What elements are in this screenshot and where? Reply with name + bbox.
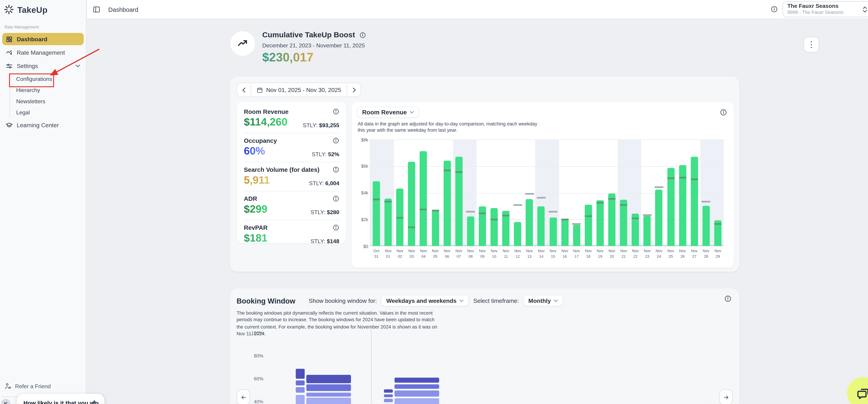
kpi-stly: STLY: $280: [311, 209, 339, 215]
revenue-bar-nov-25[interactable]: [667, 168, 675, 246]
app-window: TakeUp Rate Management DashboardRate Man…: [0, 0, 868, 404]
booking-bar-segment[interactable]: [306, 393, 351, 397]
kpi-label: Search Volume (for dates): [244, 166, 319, 173]
booking-bar-segment[interactable]: [296, 395, 305, 404]
sidebar-collapse-icon[interactable]: [93, 5, 100, 13]
revenue-bar-nov-15[interactable]: [550, 218, 557, 246]
revenue-bar-nov-17[interactable]: [573, 225, 580, 246]
revenue-bar-nov-19[interactable]: [596, 200, 604, 246]
bw-y-axis-tick: 100%: [247, 330, 264, 336]
sidebar-item-dashboard[interactable]: Dashboard: [2, 33, 84, 45]
booking-bar-segment[interactable]: [395, 384, 439, 389]
boost-menu-button[interactable]: [804, 37, 819, 53]
booking-bar-segment[interactable]: [395, 398, 439, 404]
revenue-bar-nov-04[interactable]: [420, 151, 427, 246]
booking-window-panel: Booking Window Show booking window for: …: [230, 288, 739, 404]
survey-popup[interactable]: How likely is it that you would: [17, 394, 104, 404]
booking-prev-button[interactable]: [237, 390, 250, 404]
bw-y-axis-tick: 80%: [247, 353, 264, 359]
date-range-nav: Nov 01, 2025 - Nov 30, 2025: [237, 83, 361, 97]
revenue-bar-nov-02[interactable]: [396, 188, 404, 246]
booking-bar-segment[interactable]: [296, 380, 305, 385]
revenue-bar-nov-16[interactable]: [561, 219, 568, 246]
main-area: Dashboard The Fauxr Seasons 9998 - The F…: [87, 0, 868, 404]
date-prev-button[interactable]: [237, 83, 250, 96]
kpi-info-icon[interactable]: [333, 224, 339, 231]
sidebar-subitem-hierarchy[interactable]: Hierarchy: [12, 84, 84, 95]
property-selector[interactable]: The Fauxr Seasons 9998 - The Fauxr Seaso…: [782, 1, 868, 17]
revenue-bar-nov-12[interactable]: [514, 222, 521, 246]
booking-bar-segment[interactable]: [306, 375, 351, 383]
revenue-bar-nov-24[interactable]: [655, 189, 663, 246]
date-next-button[interactable]: [347, 83, 361, 96]
survey-expand-caret-icon[interactable]: [92, 400, 96, 403]
revenue-bar-nov-01[interactable]: [384, 198, 392, 246]
chart-metric-label: Room Revenue: [362, 109, 407, 116]
sidebar-item-settings[interactable]: Settings: [2, 60, 84, 72]
revenue-bar-nov-06[interactable]: [443, 161, 451, 246]
booking-bar-segment[interactable]: [384, 395, 393, 397]
room-revenue-chart: $8k$6k$4k$2k$0Oct31Nov01Nov02Nov03Nov04N…: [370, 139, 724, 246]
revenue-bar-nov-20[interactable]: [608, 194, 616, 246]
chart-info-icon[interactable]: [720, 109, 727, 116]
booking-bar-segment[interactable]: [306, 384, 351, 391]
revenue-bar-nov-21[interactable]: [620, 200, 627, 246]
kpi-info-icon[interactable]: [333, 108, 339, 115]
kpi-label: RevPAR: [244, 224, 268, 231]
booking-bar-segment[interactable]: [384, 399, 393, 402]
kpi-info-icon[interactable]: [333, 166, 339, 173]
revenue-bar-nov-09[interactable]: [479, 206, 486, 246]
boost-date-range: December 21, 2023 - November 11, 2025: [262, 42, 366, 49]
chevron-down-icon: [75, 64, 81, 67]
booking-next-button[interactable]: [719, 390, 733, 404]
revenue-bar-nov-27[interactable]: [690, 157, 698, 246]
booking-bar-segment[interactable]: [296, 368, 305, 378]
x-axis-tick: Nov29: [710, 248, 726, 259]
kpi-value: 60%: [244, 145, 265, 157]
booking-bar-segment[interactable]: [395, 378, 439, 383]
stly-marker: [466, 211, 475, 213]
sidebar-item-learning-center[interactable]: Learning Center: [2, 119, 84, 131]
chart-metric-dropdown[interactable]: Room Revenue: [357, 106, 419, 118]
revenue-bar-oct-31[interactable]: [373, 182, 380, 246]
refer-a-friend-button[interactable]: Refer a Friend: [0, 379, 86, 394]
booking-bar-segment[interactable]: [384, 390, 393, 392]
revenue-bar-nov-23[interactable]: [644, 216, 651, 246]
sidebar-item-rate-management[interactable]: Rate Management: [2, 46, 84, 59]
bw-group-divider: [371, 329, 372, 404]
sidebar-item-label: Learning Center: [17, 122, 59, 128]
revenue-bar-nov-14[interactable]: [538, 206, 545, 246]
kpi-row-room-revenue: Room Revenue$114,260STLY: $93,255: [244, 104, 339, 133]
sidebar-subitem-legal[interactable]: Legal: [12, 106, 84, 118]
revenue-bar-nov-13[interactable]: [526, 199, 533, 246]
booking-bar-segment[interactable]: [395, 391, 439, 397]
info-icon[interactable]: [771, 5, 778, 13]
revenue-bar-nov-05[interactable]: [432, 211, 439, 246]
sidebar-subitem-configurations[interactable]: Configurations: [12, 73, 84, 84]
booking-bar-segment[interactable]: [306, 398, 351, 404]
stly-marker: [491, 219, 498, 220]
revenue-bar-nov-08[interactable]: [467, 216, 474, 246]
survey-question: How likely is it that you would: [24, 399, 99, 404]
revenue-bar-nov-10[interactable]: [491, 208, 498, 246]
revenue-bar-nov-18[interactable]: [585, 205, 592, 246]
revenue-bar-nov-26[interactable]: [679, 165, 686, 246]
sidebar-subitem-newsletters[interactable]: Newsletters: [12, 95, 84, 106]
date-range-button[interactable]: Nov 01, 2025 - Nov 30, 2025: [250, 83, 347, 96]
page-title: Dashboard: [108, 6, 138, 13]
booking-bar-segment[interactable]: [296, 387, 305, 393]
revenue-bar-nov-22[interactable]: [632, 214, 639, 246]
boost-info-icon[interactable]: [360, 32, 366, 38]
revenue-bar-nov-29[interactable]: [714, 220, 721, 246]
kpi-info-icon[interactable]: [333, 137, 339, 144]
kpi-info-icon[interactable]: [333, 195, 339, 202]
revenue-bar-nov-03[interactable]: [408, 162, 415, 246]
stly-marker: [620, 204, 627, 206]
revenue-bar-nov-28[interactable]: [702, 206, 710, 246]
kpi-value: $181: [244, 232, 268, 244]
sidebar-nav: DashboardRate ManagementSettingsConfigur…: [0, 33, 86, 131]
sidebar: TakeUp Rate Management DashboardRate Man…: [0, 0, 87, 404]
revenue-bar-nov-07[interactable]: [455, 157, 462, 246]
revenue-bar-nov-11[interactable]: [502, 211, 509, 246]
stly-marker: [608, 198, 616, 200]
